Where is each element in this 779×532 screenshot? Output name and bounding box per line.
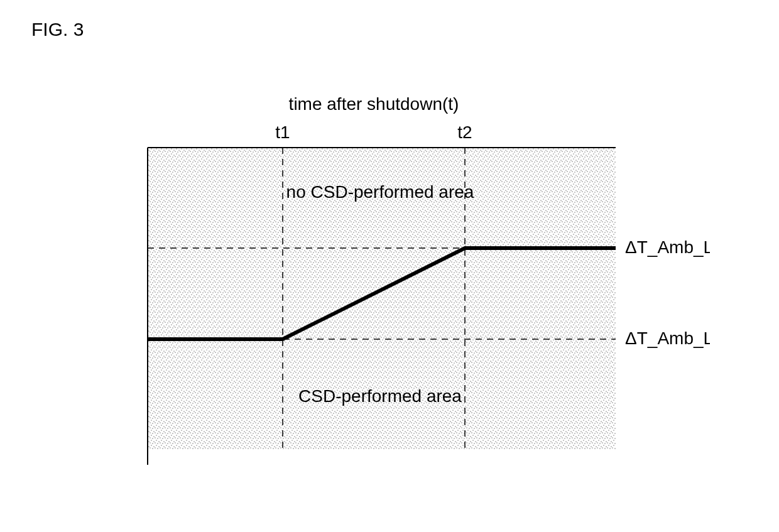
x-tick-t2: t2 (457, 122, 472, 142)
chart-svg: time after shutdown(t) t1 t2 no CSD-perf… (126, 88, 710, 490)
x-axis-title: time after shutdown(t) (289, 94, 459, 114)
x-tick-t1: t1 (275, 122, 290, 142)
region-below-label: CSD-performed area (298, 386, 462, 406)
figure-label: FIG. 3 (31, 19, 84, 40)
chart-container: time after shutdown(t) t1 t2 no CSD-perf… (126, 88, 710, 490)
region-above-label: no CSD-performed area (286, 182, 474, 202)
right-label-lo1: ΔT_Amb_Lo1 (625, 237, 710, 257)
right-label-lo2: ΔT_Amb_Lo2 (625, 328, 710, 348)
